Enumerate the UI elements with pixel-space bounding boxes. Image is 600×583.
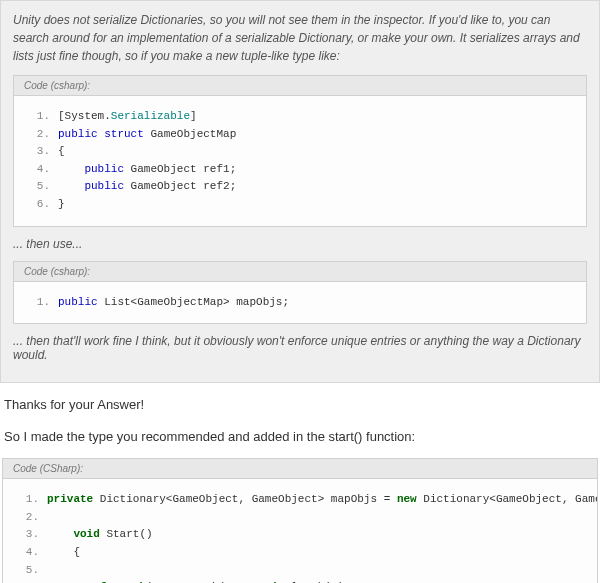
line-number: 4.	[13, 544, 47, 562]
line-content: public struct GameObjectMap	[58, 126, 576, 144]
code-line: 5. public GameObject ref2;	[24, 178, 576, 196]
code-block-3: Code (CSharp): 1.private Dictionary<Game…	[2, 458, 598, 583]
code-line: 2.	[13, 509, 587, 527]
line-content: public GameObject ref2;	[58, 178, 576, 196]
line-number: 3.	[24, 143, 58, 161]
code-line: 3. void Start()	[13, 526, 587, 544]
reply-text-2: So I made the type you recommended and a…	[4, 427, 596, 447]
line-content: {	[58, 143, 576, 161]
code-body: 1.[System.Serializable]2.public struct G…	[13, 95, 587, 227]
quote-intro: Unity does not serialize Dictionaries, s…	[13, 11, 587, 65]
code-line: 1.private Dictionary<GameObject, GameObj…	[13, 491, 587, 509]
line-number: 4.	[24, 161, 58, 179]
line-number: 2.	[24, 126, 58, 144]
line-content: [System.Serializable]	[58, 108, 576, 126]
code-line: 6. foreach(var gameObjectMap in lstObjs)	[13, 579, 587, 583]
code-line: 5.	[13, 562, 587, 580]
code-line: 2.public struct GameObjectMap	[24, 126, 576, 144]
quote-block: Unity does not serialize Dictionaries, s…	[0, 0, 600, 383]
line-content: {	[47, 544, 587, 562]
line-number: 6.	[13, 579, 47, 583]
line-content: public GameObject ref1;	[58, 161, 576, 179]
code-line: 1.public List<GameObjectMap> mapObjs;	[24, 294, 576, 312]
line-content: foreach(var gameObjectMap in lstObjs)	[47, 579, 587, 583]
code-line: 4. public GameObject ref1;	[24, 161, 576, 179]
code-line: 1.[System.Serializable]	[24, 108, 576, 126]
line-number: 1.	[24, 108, 58, 126]
code-block-2: Code (csharp): 1.public List<GameObjectM…	[13, 261, 587, 325]
code-label: Code (csharp):	[13, 261, 587, 281]
line-content: void Start()	[47, 526, 587, 544]
line-content: private Dictionary<GameObject, GameObjec…	[47, 491, 598, 509]
reply-text-1: Thanks for your Answer!	[4, 395, 596, 415]
line-content: public List<GameObjectMap> mapObjs;	[58, 294, 576, 312]
code-line: 3.{	[24, 143, 576, 161]
quote-outro: ... then that'll work fine I think, but …	[13, 334, 587, 362]
line-number: 1.	[13, 491, 47, 509]
line-content	[47, 509, 587, 527]
code-label: Code (CSharp):	[2, 458, 598, 478]
line-content: }	[58, 196, 576, 214]
line-number: 5.	[13, 562, 47, 580]
code-line: 6.}	[24, 196, 576, 214]
code-label: Code (csharp):	[13, 75, 587, 95]
code-body: 1.public List<GameObjectMap> mapObjs;	[13, 281, 587, 325]
line-number: 6.	[24, 196, 58, 214]
line-content	[47, 562, 587, 580]
line-number: 3.	[13, 526, 47, 544]
line-number: 2.	[13, 509, 47, 527]
line-number: 5.	[24, 178, 58, 196]
code-block-1: Code (csharp): 1.[System.Serializable]2.…	[13, 75, 587, 227]
quote-then-use: ... then use...	[13, 237, 587, 251]
line-number: 1.	[24, 294, 58, 312]
code-body: 1.private Dictionary<GameObject, GameObj…	[2, 478, 598, 583]
code-line: 4. {	[13, 544, 587, 562]
